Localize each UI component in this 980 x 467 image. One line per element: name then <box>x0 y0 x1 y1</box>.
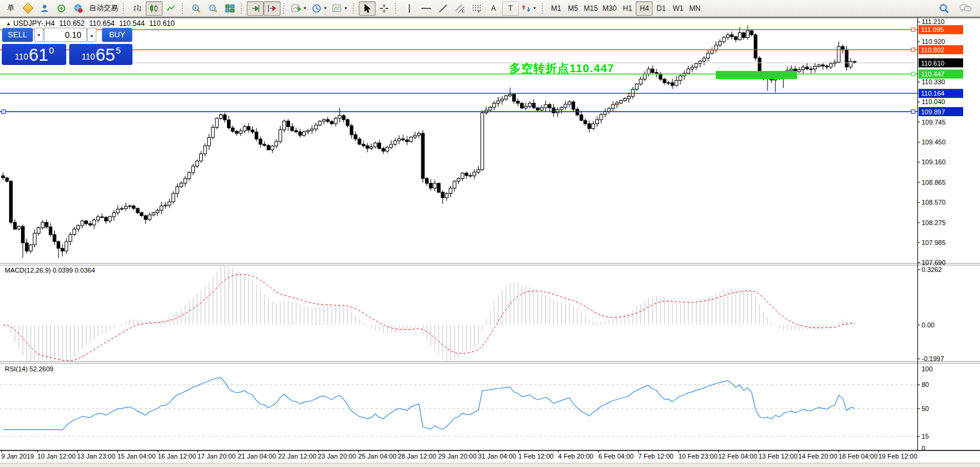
new-order-button[interactable]: 单 <box>2 1 19 16</box>
chat-bubble-icon <box>960 4 972 13</box>
svg-text:108.865: 108.865 <box>922 179 946 186</box>
chart-candles-button[interactable] <box>146 1 163 16</box>
svg-text:-0.1997: -0.1997 <box>922 355 944 362</box>
text-tool[interactable]: A <box>485 1 502 16</box>
toolbar-separator <box>283 3 287 14</box>
periods-button[interactable]: ▼ <box>309 1 330 16</box>
sell-price-pip: 0 <box>49 45 54 55</box>
horizontal-line-tool[interactable] <box>418 1 435 16</box>
volume-increase-button[interactable]: ▲ <box>87 28 96 42</box>
indicators-button[interactable]: ▼ <box>289 1 309 16</box>
svg-text:28 Jan 12:00: 28 Jan 12:00 <box>398 453 436 460</box>
zoom-in-button[interactable] <box>188 1 205 16</box>
timeframe-m15[interactable]: M15 <box>581 1 600 16</box>
timeframe-mn[interactable]: MN <box>686 1 703 16</box>
vertical-line-tool[interactable] <box>401 1 418 16</box>
templates-button[interactable]: ▼ <box>330 1 350 16</box>
sell-price-display[interactable]: 110610 <box>2 44 66 65</box>
svg-text:110.447: 110.447 <box>921 70 944 78</box>
auto-scroll-button[interactable] <box>247 1 264 16</box>
toolbar-separator <box>353 3 356 14</box>
svg-text:4 Feb 20:00: 4 Feb 20:00 <box>558 453 594 460</box>
chart-line-button[interactable] <box>163 1 179 16</box>
svg-text:7 Feb 12:00: 7 Feb 12:00 <box>638 453 674 460</box>
signals-button[interactable] <box>53 1 70 16</box>
svg-text:111.210: 111.210 <box>922 18 944 25</box>
svg-text:108.570: 108.570 <box>922 199 946 206</box>
crosshair-icon <box>379 4 389 13</box>
svg-text:110.164: 110.164 <box>921 90 944 97</box>
fibonacci-tool[interactable]: F <box>468 1 485 16</box>
zoom-out-button[interactable] <box>205 1 222 16</box>
chart-bars-button[interactable] <box>129 1 146 16</box>
toolbar-right-icons <box>935 1 978 16</box>
buy-price-big: 65 <box>96 46 115 64</box>
svg-text:107.690: 107.690 <box>922 259 946 266</box>
timeframe-m1[interactable]: M1 <box>548 1 565 16</box>
tile-windows-button[interactable] <box>222 1 238 16</box>
svg-text:0.3262: 0.3262 <box>922 266 942 273</box>
auto-scroll-icon <box>250 4 260 13</box>
buy-price-prefix: 110 <box>82 52 95 61</box>
template-icon <box>332 4 342 13</box>
autotrading-button[interactable]: 自动交易 <box>87 1 120 16</box>
toolbar-separator <box>182 3 185 14</box>
timeframe-m30[interactable]: M30 <box>600 1 619 16</box>
search-button[interactable] <box>935 1 952 16</box>
sell-price-big: 61 <box>29 46 48 64</box>
sell-button[interactable]: SELL <box>2 28 33 42</box>
pivot-annotation-text: 多空转折点110.447 <box>509 61 615 76</box>
macd-indicator-label: MACD(12,26,9) 0.0399 0.0364 <box>5 267 95 274</box>
toolbar-separator <box>542 3 545 14</box>
line-chart-icon <box>166 4 176 13</box>
timeframe-h1[interactable]: H1 <box>619 1 636 16</box>
ohlc-low: 110.544 <box>119 19 145 28</box>
svg-text:9 Jan 2019: 9 Jan 2019 <box>1 453 34 460</box>
pivot-rectangle-object[interactable] <box>716 71 797 79</box>
dropdown-caret-icon: ▼ <box>303 6 307 10</box>
svg-text:23 Jan 20:00: 23 Jan 20:00 <box>318 453 356 460</box>
svg-text:109.160: 109.160 <box>922 158 946 165</box>
timeframe-h4[interactable]: H4 <box>636 1 653 16</box>
svg-text:15: 15 <box>922 433 929 440</box>
cursor-button[interactable] <box>359 1 376 16</box>
svg-text:19 Feb 12:00: 19 Feb 12:00 <box>878 453 917 460</box>
svg-text:109.745: 109.745 <box>922 119 946 126</box>
market-button[interactable] <box>70 1 87 16</box>
toolbar: 单 自动交易 ▼ ▼ ▼ <box>0 0 980 17</box>
trendline-tool[interactable] <box>435 1 451 16</box>
metaeditor-button[interactable] <box>19 1 36 16</box>
timeframe-group: M1M5M15M30H1H4D1W1MN <box>548 1 704 16</box>
svg-text:31 Jan 04:00: 31 Jan 04:00 <box>478 453 516 460</box>
crosshair-button[interactable] <box>376 1 392 16</box>
svg-text:29 Jan 20:00: 29 Jan 20:00 <box>438 453 477 460</box>
metaeditor-icon <box>22 2 33 13</box>
sell-price-prefix: 110 <box>15 52 28 61</box>
chart-canvas[interactable]: 111.210110.920110.330110.040109.745109.4… <box>0 0 980 467</box>
window-bottom-edge <box>0 463 980 467</box>
svg-text:F: F <box>478 10 480 13</box>
timeframe-w1[interactable]: W1 <box>669 1 686 16</box>
svg-text:80: 80 <box>922 381 929 388</box>
volume-decrease-button[interactable]: ▼ <box>34 28 43 42</box>
indicators-icon <box>291 4 301 13</box>
svg-text:22 Jan 12:00: 22 Jan 12:00 <box>278 453 317 460</box>
timeframe-m5[interactable]: M5 <box>565 1 581 16</box>
zoom-out-icon <box>208 4 218 13</box>
buy-button[interactable]: BUY <box>102 28 132 42</box>
text-label-tool[interactable]: T <box>502 1 519 16</box>
volume-input[interactable] <box>44 28 87 42</box>
chart-shift-button[interactable] <box>264 1 281 16</box>
arrows-tool[interactable]: ▼ <box>519 1 539 16</box>
chat-button[interactable] <box>957 1 974 16</box>
ohlc-close: 110.610 <box>149 19 175 28</box>
buy-price-display[interactable]: 110655 <box>69 44 132 65</box>
channel-tool[interactable]: E <box>451 1 468 16</box>
globe-icon <box>73 4 83 13</box>
timeframe-d1[interactable]: D1 <box>653 1 669 16</box>
svg-text:109.450: 109.450 <box>922 138 946 146</box>
svg-text:10 Feb 23:00: 10 Feb 23:00 <box>678 453 718 460</box>
toolbar-separator <box>123 3 126 14</box>
community-button[interactable] <box>36 1 53 16</box>
svg-text:111.095: 111.095 <box>921 26 944 33</box>
